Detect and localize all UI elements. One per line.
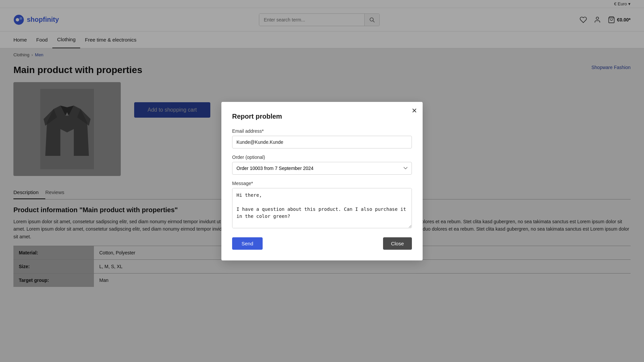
modal-overlay: Report problem ✕ Email address* Order (o… [0, 0, 644, 300]
email-form-group: Email address* [232, 128, 412, 148]
modal-close-button[interactable]: ✕ [412, 107, 417, 114]
report-problem-modal: Report problem ✕ Email address* Order (o… [221, 102, 423, 260]
message-label: Message* [232, 181, 412, 186]
send-button[interactable]: Send [232, 237, 263, 250]
order-form-group: Order (optional) Order 10003 from 7 Sept… [232, 155, 412, 175]
modal-title: Report problem [232, 113, 412, 120]
modal-footer: Send Close [232, 237, 412, 250]
order-label: Order (optional) [232, 155, 412, 160]
message-form-group: Message* Hi there, I have a question abo… [232, 181, 412, 229]
email-label: Email address* [232, 128, 412, 134]
close-button[interactable]: Close [383, 237, 412, 250]
order-select[interactable]: Order 10003 from 7 September 2024 [232, 162, 412, 175]
message-textarea[interactable]: Hi there, I have a question about this p… [232, 188, 412, 228]
email-input[interactable] [232, 136, 412, 148]
